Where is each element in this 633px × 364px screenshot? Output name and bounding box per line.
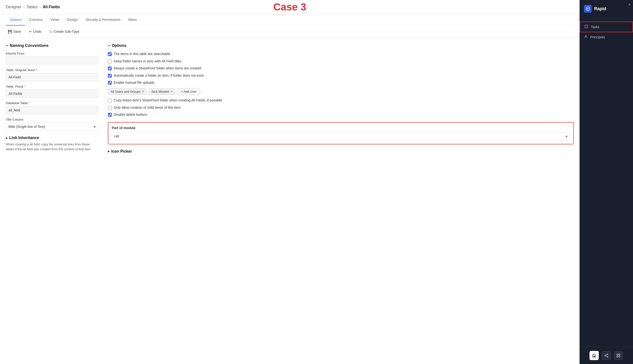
database-table-required: * (29, 101, 30, 105)
plural-input[interactable] (6, 90, 98, 98)
save-icon: 💾 (8, 30, 12, 34)
checkbox-disable-delete-label: Disable delete buttons (114, 112, 147, 117)
sidebar-item-tasks[interactable]: Tasks (579, 22, 633, 32)
checkbox-searchable-label: The items in this table are searchable (114, 52, 170, 56)
options-triangle-icon: ▼ (108, 44, 110, 47)
tag-jack-mostert-remove[interactable]: × (171, 90, 172, 93)
sidebar-title: Rapid (594, 6, 606, 12)
tab-options[interactable]: Options (6, 14, 25, 26)
breadcrumb-designer[interactable]: Designer (6, 5, 21, 9)
checkbox-disable-delete-input[interactable] (108, 113, 112, 117)
svg-point-3 (586, 36, 586, 37)
breadcrumb-tables[interactable]: Tables (27, 5, 38, 9)
collapse-button[interactable]: × (628, 2, 630, 7)
breadcrumb-sep-1: › (23, 5, 25, 9)
singular-noun-field: Table: Singular Noun * (6, 68, 98, 81)
link-inheritance-title: Link Inheritance (9, 136, 39, 140)
checkbox-copy-sharepoint-input[interactable] (108, 98, 112, 102)
tags-row: All Users and Groups × Jack Mostert × + … (108, 88, 574, 95)
checkbox-auto-folder: Automatically create a folder on item, i… (108, 73, 574, 78)
part-of-module-section: Part of module HR Finance Operations IT … (108, 122, 574, 144)
save-button[interactable]: 💾 Save (6, 29, 23, 34)
singular-noun-input[interactable] (6, 73, 98, 81)
svg-point-6 (604, 355, 606, 356)
icon-picker-triangle: ▶ (108, 150, 110, 153)
tab-security-permissions[interactable]: Security & Permissions (82, 14, 124, 26)
sidebar-item-principals[interactable]: Principals (579, 32, 633, 42)
tab-views[interactable]: Views (47, 14, 63, 26)
title-column-field: Title Column Bitle (Single line of Text) (6, 118, 98, 131)
page-body: ▼ Naming Conventions Inherits From Table… (0, 38, 579, 364)
tab-design[interactable]: Design (63, 14, 82, 26)
principals-icon (584, 35, 588, 40)
add-user-button[interactable]: + Add User (177, 88, 200, 95)
checkbox-disable-delete: Disable delete buttons (108, 112, 574, 117)
grid-icon-btn[interactable] (614, 351, 623, 360)
tag-all-users: All Users and Groups × (108, 88, 147, 95)
link-triangle-icon: ▶ (6, 136, 8, 139)
database-table-field: Database Table * (6, 101, 98, 114)
svg-rect-11 (619, 354, 620, 355)
breadcrumb-sep-2: › (40, 5, 41, 9)
tab-columns[interactable]: Columns (25, 14, 46, 26)
svg-point-0 (587, 8, 588, 10)
svg-line-9 (605, 354, 607, 355)
breadcrumb-bar: Designer › Tables › All Fields Case 3 (0, 0, 579, 14)
tab-menu[interactable]: Menu (124, 14, 141, 26)
svg-rect-1 (585, 25, 588, 28)
plural-field: Table: Plural * (6, 85, 98, 98)
inherits-from-field: Inherits From (6, 52, 98, 65)
tasks-icon (584, 24, 588, 29)
save-label: Save (13, 30, 21, 34)
tag-jack-mostert: Jack Mostert × (149, 88, 175, 95)
singular-noun-required: * (36, 68, 37, 72)
singular-noun-label: Table: Singular Noun * (6, 68, 98, 72)
tag-all-users-remove[interactable]: × (142, 90, 144, 93)
create-sub-type-button[interactable]: ⬡ Create Sub-Type (47, 29, 81, 34)
svg-line-8 (605, 356, 607, 356)
undo-icon: ↩ (29, 30, 32, 34)
undo-button[interactable]: ↩ Undo (27, 29, 43, 34)
checkbox-child-items-input[interactable] (108, 106, 112, 110)
svg-rect-4 (594, 356, 595, 357)
checkbox-manual-uploads-input[interactable] (108, 81, 112, 85)
checkbox-folder-names-label: Keep folder names in sync with All Field… (114, 59, 181, 64)
inherits-from-label: Inherits From (6, 52, 98, 55)
naming-conventions-title: Naming Conventions (10, 44, 49, 48)
checkbox-auto-folder-label: Automatically create a folder on item, i… (114, 73, 204, 78)
tag-jack-mostert-label: Jack Mostert (151, 90, 169, 94)
checkbox-create-sharepoint: Always create a SharePoint folder when i… (108, 66, 574, 71)
link-inheritance-section: ▶ Link Inheritance When creating a all f… (6, 136, 98, 152)
home-icon-btn[interactable] (589, 351, 599, 360)
sidebar-nav: Tasks Principals (579, 18, 633, 347)
title-column-select[interactable]: Bitle (Single line of Text) (6, 122, 98, 131)
case-label: Case 3 (273, 1, 306, 13)
checkbox-auto-folder-input[interactable] (108, 74, 112, 78)
sidebar-logo (584, 5, 592, 12)
checkbox-child-items: Only allow creation of child items of th… (108, 105, 574, 110)
database-table-input[interactable] (6, 106, 98, 114)
icon-picker-section: ▶ Icon Picker (108, 149, 574, 154)
tasks-label: Tasks (591, 25, 599, 29)
checkbox-searchable-input[interactable] (108, 52, 112, 56)
share-icon-btn[interactable] (602, 351, 611, 360)
svg-point-5 (607, 354, 608, 355)
checkbox-create-sharepoint-input[interactable] (108, 66, 112, 70)
svg-rect-13 (619, 356, 620, 357)
checkbox-copy-sharepoint-label: Copy linked item's SharePoint folder whe… (114, 98, 222, 103)
module-label: Part of module (112, 126, 570, 130)
link-inheritance-header: ▶ Link Inheritance (6, 136, 98, 140)
toolbar: 💾 Save ↩ Undo ⬡ Create Sub-Type (0, 26, 579, 38)
tag-all-users-label: All Users and Groups (111, 90, 141, 94)
module-select[interactable]: HR Finance Operations IT Legal (112, 132, 570, 140)
inherits-from-input[interactable] (6, 56, 98, 65)
create-sub-type-label: Create Sub-Type (54, 30, 79, 34)
svg-rect-10 (617, 354, 618, 355)
sidebar-header: Rapid (579, 0, 633, 18)
options-section-header: ▼ Options (108, 44, 574, 48)
checkbox-folder-names-input[interactable] (108, 60, 112, 63)
breadcrumb-current: All Fields (43, 5, 60, 9)
icon-picker-header: ▶ Icon Picker (108, 149, 574, 154)
checkbox-child-items-label: Only allow creation of child items of th… (114, 105, 180, 110)
right-column: ▼ Options The items in this table are se… (108, 44, 574, 358)
